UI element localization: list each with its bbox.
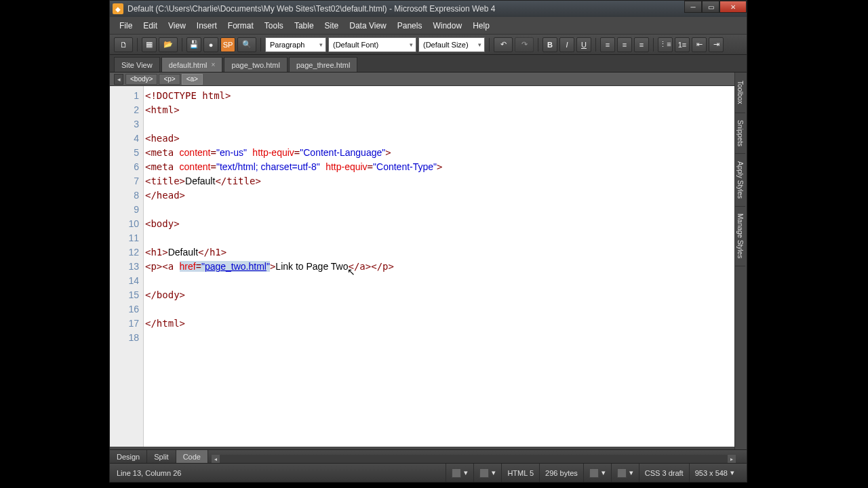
crumb-body[interactable]: <body>	[125, 74, 157, 85]
menu-insert[interactable]: Insert	[191, 18, 222, 33]
superpreview-button[interactable]: SP	[220, 37, 235, 52]
menu-file[interactable]: File	[114, 18, 138, 33]
tab-default[interactable]: default.html×	[161, 57, 223, 72]
close-button[interactable]: ✕	[719, 1, 747, 13]
tab-page-three[interactable]: page_three.html	[289, 57, 358, 72]
menu-view[interactable]: View	[163, 18, 191, 33]
paragraph-combo[interactable]: Paragraph	[265, 37, 326, 52]
redo-button[interactable]: ↷	[515, 37, 534, 52]
tag-breadcrumb: ◂ <body> <p> <a> ▸	[110, 73, 747, 86]
italic-button[interactable]: I	[559, 37, 574, 52]
open-site-button[interactable]: ▦	[142, 37, 157, 52]
sidetab-manage-styles[interactable]: Manage Styles	[735, 207, 745, 266]
crumb-a[interactable]: <a>	[182, 74, 203, 85]
bullets-button[interactable]: ⋮≡	[658, 37, 673, 52]
app-window: ◆ Default (C:\Users\Charlie\Documents\My…	[109, 0, 747, 483]
menu-window[interactable]: Window	[427, 18, 467, 33]
flag-icon	[452, 468, 461, 478]
fontsize-combo[interactable]: (Default Size)	[418, 37, 485, 52]
align-right-button[interactable]: ≡	[634, 37, 649, 52]
horizontal-scrollbar[interactable]: ◂ ▸	[212, 455, 736, 463]
indent-button[interactable]: ⇥	[709, 37, 724, 52]
outdent-button[interactable]: ⇤	[692, 37, 707, 52]
browser-preview-button[interactable]: 🔍	[237, 37, 256, 52]
schema-icon	[589, 468, 599, 478]
sidetab-apply-styles[interactable]: Apply Styles	[735, 154, 745, 207]
menu-edit[interactable]: Edit	[138, 18, 163, 33]
scroll-left-button[interactable]: ◂	[212, 455, 220, 463]
compat-icon	[479, 468, 489, 478]
scroll-right-button[interactable]: ▸	[728, 455, 736, 463]
window-title: Default (C:\Users\Charlie\Documents\My W…	[127, 4, 495, 14]
menu-site[interactable]: Site	[319, 18, 344, 33]
view-design[interactable]: Design	[110, 450, 147, 464]
status-css[interactable]: CSS 3 draft	[639, 464, 689, 482]
close-icon[interactable]: ×	[212, 61, 216, 68]
status-cursor-pos: Line 13, Column 26	[117, 469, 181, 477]
line-gutter: 123456789101112131415161718	[110, 86, 144, 447]
menubar: File Edit View Insert Format Tools Table…	[110, 17, 747, 35]
open-button[interactable]: 📂	[159, 37, 178, 52]
tab-page-two[interactable]: page_two.html	[224, 57, 288, 72]
view-mode-bar: Design Split Code ◂ ▸	[110, 449, 747, 463]
status-icon-2[interactable]: ▾	[473, 464, 501, 482]
minimize-button[interactable]: ─	[684, 1, 702, 13]
status-icon-1[interactable]: ▾	[446, 464, 473, 482]
status-icon-4[interactable]: ▾	[611, 464, 639, 482]
toolbar: 🗋 ▦ 📂 💾 ● SP 🔍 Paragraph (Default Font) …	[110, 35, 747, 55]
crumb-p[interactable]: <p>	[159, 74, 180, 85]
view-code[interactable]: Code	[176, 450, 208, 464]
status-dimensions[interactable]: 953 x 548 ▾	[689, 464, 740, 482]
new-button[interactable]: 🗋	[114, 37, 133, 52]
sidetab-snippets[interactable]: Snippets	[735, 113, 745, 154]
menu-table[interactable]: Table	[289, 18, 319, 33]
align-center-button[interactable]: ≡	[617, 37, 632, 52]
bold-button[interactable]: B	[542, 37, 557, 52]
maximize-button[interactable]: ▭	[702, 1, 719, 13]
view-split[interactable]: Split	[147, 450, 176, 464]
mouse-cursor-icon: ↖	[347, 265, 355, 279]
crumb-prev-button[interactable]: ◂	[114, 74, 123, 85]
document-tabs: Site View default.html× page_two.html pa…	[110, 55, 747, 73]
code-area[interactable]: <!DOCTYPE html> <html> <head> <meta cont…	[144, 86, 747, 447]
undo-button[interactable]: ↶	[494, 37, 513, 52]
menu-help[interactable]: Help	[467, 18, 495, 33]
tab-site-view[interactable]: Site View	[114, 57, 160, 72]
save-button[interactable]: 💾	[186, 37, 201, 52]
code-editor[interactable]: 123456789101112131415161718 <!DOCTYPE ht…	[110, 86, 747, 447]
app-icon: ◆	[113, 3, 123, 14]
numbering-button[interactable]: 1≡	[675, 37, 690, 52]
side-panel: Toolbox Snippets Apply Styles Manage Sty…	[734, 73, 747, 451]
status-icon-3[interactable]: ▾	[583, 464, 611, 482]
menu-tools[interactable]: Tools	[259, 18, 289, 33]
preview-button[interactable]: ●	[203, 37, 218, 52]
font-combo[interactable]: (Default Font)	[328, 37, 416, 52]
menu-format[interactable]: Format	[222, 18, 259, 33]
menu-dataview[interactable]: Data View	[344, 18, 391, 33]
underline-button[interactable]: U	[576, 37, 591, 52]
sidetab-toolbox[interactable]: Toolbox	[735, 73, 745, 113]
statusbar: Line 13, Column 26 ▾ ▾ HTML 5 296 bytes …	[110, 463, 747, 482]
status-doctype[interactable]: HTML 5	[501, 464, 539, 482]
titlebar[interactable]: ◆ Default (C:\Users\Charlie\Documents\My…	[110, 1, 747, 17]
css-icon	[617, 468, 627, 478]
status-filesize: 296 bytes	[539, 464, 583, 482]
menu-panels[interactable]: Panels	[392, 18, 428, 33]
align-left-button[interactable]: ≡	[600, 37, 615, 52]
